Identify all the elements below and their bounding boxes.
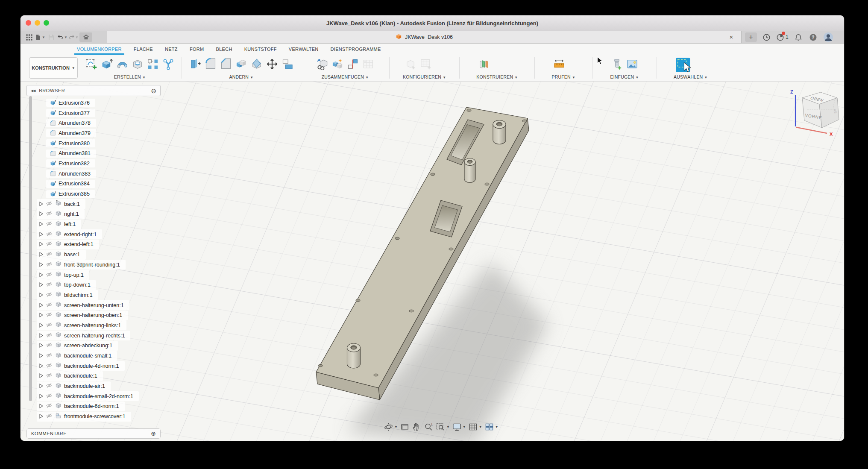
- display-settings-button[interactable]: ▼: [452, 422, 466, 432]
- visibility-hidden-icon[interactable]: [46, 200, 53, 208]
- component-row[interactable]: backmodule-air:1: [37, 381, 139, 391]
- insert-fastener-button[interactable]: [609, 56, 625, 72]
- group-label[interactable]: PRÜFEN ▼: [551, 74, 575, 79]
- disclosure-triangle-icon[interactable]: [39, 393, 43, 400]
- disclosure-triangle-icon[interactable]: [39, 352, 43, 360]
- visibility-hidden-icon[interactable]: [46, 291, 53, 299]
- combine-button[interactable]: [234, 56, 249, 72]
- group-label[interactable]: ERSTELLEN ▼: [84, 74, 176, 79]
- create-sketch-button[interactable]: [84, 56, 99, 72]
- avatar-button[interactable]: [823, 32, 833, 42]
- disclosure-triangle-icon[interactable]: [39, 291, 43, 299]
- ribbon-tab-netz[interactable]: NETZ: [159, 44, 184, 55]
- select-button[interactable]: [674, 56, 692, 74]
- pattern-button[interactable]: [145, 56, 161, 72]
- component-row[interactable]: right:1: [37, 209, 139, 220]
- app-grid-button[interactable]: [24, 32, 34, 42]
- joint-button[interactable]: [345, 56, 361, 72]
- disclosure-triangle-icon[interactable]: [39, 322, 43, 329]
- viewport-3d[interactable]: ◀◀ BROWSER ⊖ Extrusion376Extrusion377Abr…: [21, 82, 844, 441]
- extrude-button[interactable]: [99, 56, 114, 72]
- workspace-selector-button[interactable]: KONSTRUKTION▼: [29, 57, 78, 79]
- history-row[interactable]: Extrusion382: [37, 158, 139, 169]
- disclosure-triangle-icon[interactable]: [39, 302, 43, 309]
- ribbon-tab-fl-che[interactable]: FLÄCHE: [128, 44, 159, 55]
- form-button[interactable]: [161, 56, 176, 72]
- press-pull-button[interactable]: [188, 56, 203, 72]
- hole-button[interactable]: [130, 56, 145, 72]
- component-row[interactable]: extend-left:1: [37, 240, 139, 250]
- visibility-hidden-icon[interactable]: [46, 362, 53, 370]
- visibility-hidden-icon[interactable]: [46, 322, 53, 329]
- visibility-hidden-icon[interactable]: [46, 281, 53, 289]
- component-row[interactable]: bildschirm:1: [37, 290, 139, 300]
- disclosure-triangle-icon[interactable]: [39, 261, 43, 269]
- visibility-hidden-icon[interactable]: [46, 271, 53, 279]
- group-label[interactable]: AUSWÄHLEN ▼: [674, 74, 708, 79]
- undo-button[interactable]: ▼: [57, 32, 67, 42]
- visibility-hidden-icon[interactable]: [46, 240, 53, 248]
- ribbon-tab-form[interactable]: FORM: [184, 44, 210, 55]
- document-tab[interactable]: JKWave_Desk v106 ×: [107, 31, 742, 43]
- disclosure-triangle-icon[interactable]: [39, 220, 43, 228]
- component-row[interactable]: backmodule-6d-norm:1: [37, 402, 139, 412]
- component-row[interactable]: backmodule-small:1: [37, 351, 139, 361]
- component-row[interactable]: screen-abdeckung:1: [37, 341, 139, 351]
- visibility-hidden-icon[interactable]: [46, 220, 53, 228]
- insert-image-button[interactable]: [625, 56, 640, 72]
- move-button[interactable]: [264, 56, 280, 72]
- group-label[interactable]: ZUSAMMENFÜGEN ▼: [314, 74, 376, 79]
- history-row[interactable]: Abrunden378: [37, 118, 139, 128]
- disclosure-triangle-icon[interactable]: [39, 231, 43, 238]
- visibility-hidden-icon[interactable]: [46, 231, 53, 238]
- browser-minus-icon[interactable]: ⊖: [151, 88, 156, 94]
- component-row[interactable]: backmodule-4d-norm:1: [37, 361, 139, 371]
- ribbon-tab-blech[interactable]: BLECH: [210, 44, 238, 55]
- job-status-button[interactable]: 1: [776, 32, 789, 42]
- browser-scrollbar[interactable]: [29, 96, 32, 401]
- disclosure-triangle-icon[interactable]: [39, 402, 43, 410]
- visibility-hidden-icon[interactable]: [46, 311, 53, 319]
- configuration-button[interactable]: [403, 56, 418, 72]
- component-row[interactable]: backmodule:1: [37, 371, 139, 381]
- model-canvas[interactable]: [21, 82, 844, 441]
- comments-panel[interactable]: KOMMENTARE ⊕: [26, 428, 161, 439]
- collapse-browser-icon[interactable]: ◀◀: [31, 89, 35, 93]
- component-row[interactable]: screen-halterung-rechts:1: [37, 331, 139, 341]
- component-row[interactable]: base:1: [37, 249, 139, 260]
- revolve-button[interactable]: [114, 56, 130, 72]
- component-row[interactable]: screen-halterung-links:1: [37, 320, 139, 331]
- history-row[interactable]: Abrunden381: [37, 148, 139, 158]
- component-row[interactable]: top-down:1: [37, 280, 139, 290]
- visibility-hidden-icon[interactable]: [46, 413, 53, 420]
- group-label[interactable]: EINFÜGEN ▼: [609, 74, 640, 79]
- notifications-button[interactable]: [793, 32, 803, 42]
- help-button[interactable]: ?: [808, 32, 818, 42]
- disclosure-triangle-icon[interactable]: [39, 281, 43, 289]
- history-row[interactable]: Extrusion380: [37, 138, 139, 149]
- minimize-window-button[interactable]: [35, 20, 40, 26]
- viewports-button[interactable]: ▼: [484, 422, 499, 432]
- component-row[interactable]: front-3dprint-rounding:1: [37, 260, 139, 270]
- redo-button[interactable]: ▼: [68, 32, 79, 42]
- disclosure-triangle-icon[interactable]: [39, 332, 43, 340]
- disclosure-triangle-icon[interactable]: [39, 210, 43, 218]
- new-tab-button[interactable]: +: [745, 32, 757, 42]
- file-new-button[interactable]: ▼: [35, 32, 45, 42]
- extensions-button[interactable]: [761, 32, 771, 42]
- look-at-button[interactable]: [400, 422, 410, 432]
- disclosure-triangle-icon[interactable]: [39, 271, 43, 279]
- fillet-button[interactable]: [203, 56, 218, 72]
- history-row[interactable]: Extrusion384: [37, 179, 139, 189]
- history-row[interactable]: Abrunden383: [37, 169, 139, 179]
- home-button[interactable]: [79, 32, 92, 42]
- component-row[interactable]: backmodule-small-2d-norm:1: [37, 391, 139, 402]
- browser-panel-header[interactable]: ◀◀ BROWSER ⊖: [26, 85, 161, 96]
- zoom-button[interactable]: ±: [424, 422, 434, 432]
- group-label[interactable]: KONFIGURIEREN ▼: [403, 74, 446, 79]
- visibility-hidden-icon[interactable]: [46, 402, 53, 410]
- component-row[interactable]: screen-halterung-unten:1: [37, 300, 139, 311]
- component-row[interactable]: back:1: [37, 199, 139, 209]
- align-button[interactable]: [280, 56, 295, 72]
- disclosure-triangle-icon[interactable]: [39, 362, 43, 370]
